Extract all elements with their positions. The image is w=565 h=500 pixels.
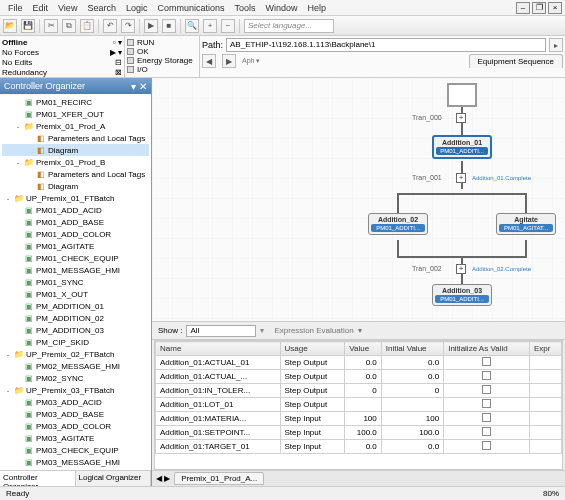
tree-node[interactable]: ▣PM03_AGITATE — [2, 432, 149, 444]
zoom-in-icon[interactable]: + — [203, 19, 217, 33]
run-pane: RUN OK Energy Storage I/O — [125, 36, 200, 77]
path-input[interactable]: AB_ETHIP-1\192.168.1.113\Backplane\1 — [226, 38, 546, 52]
grid-col-header[interactable]: Initialize As Valid — [444, 342, 530, 356]
step-addition-02[interactable]: Addition_02 PM01_ADDITI... — [368, 213, 428, 235]
menu-window[interactable]: Window — [260, 3, 302, 13]
path-label: Path: — [202, 40, 223, 50]
table-row[interactable]: Addition_01:MATERIA...Step Input100100 — [156, 412, 562, 426]
parameters-grid[interactable]: NameUsageValueInitial ValueInitialize As… — [155, 341, 562, 454]
tree-node[interactable]: ▣PM01_X_OUT — [2, 288, 149, 300]
transition-tran000[interactable]: + — [456, 113, 466, 123]
menu-tools[interactable]: Tools — [229, 3, 260, 13]
stop-icon[interactable]: ■ — [162, 19, 176, 33]
tree-node[interactable]: ◧Parameters and Local Tags — [2, 168, 149, 180]
tree-node[interactable]: ▣PM01_AGITATE — [2, 240, 149, 252]
tree-node[interactable]: ▣PM03_ADD_BASE — [2, 408, 149, 420]
tree-node[interactable]: -📁Premix_01_Prod_A — [2, 120, 149, 132]
tree-node[interactable]: ▣PM03_ADD_COLOR — [2, 420, 149, 432]
tran002-label: Tran_002 — [412, 265, 442, 272]
tree-node[interactable]: ▣PM03_MESSAGE_HMI — [2, 456, 149, 468]
menu-logic[interactable]: Logic — [121, 3, 153, 13]
table-row[interactable]: Addition_01:ACTUAL_...Step Output0.00.0 — [156, 370, 562, 384]
tree-node[interactable]: ▣PM01_MESSAGE_HMI — [2, 264, 149, 276]
expr-eval-button[interactable]: Expression Evaluation — [274, 326, 353, 335]
grid-col-header[interactable]: Initial Value — [381, 342, 443, 356]
eq-sequence-tab[interactable]: Equipment Sequence — [469, 54, 564, 68]
run-io: I/O — [137, 65, 148, 74]
initial-step[interactable] — [447, 83, 477, 107]
tree-node[interactable]: ▣PM03_ADD_ACID — [2, 396, 149, 408]
tree-node[interactable]: ▣PM_ADDITION_01 — [2, 300, 149, 312]
table-row[interactable]: Addition_01:SETPOINT...Step Input100.010… — [156, 426, 562, 440]
table-row[interactable]: Addition_01:ACTUAL_01Step Output0.00.0 — [156, 356, 562, 370]
tree-node[interactable]: ▣PM_CIP_SKID — [2, 336, 149, 348]
transition-tran002[interactable]: + — [456, 264, 466, 274]
menu-view[interactable]: View — [53, 3, 82, 13]
sequence-diagram[interactable]: + Tran_000 Addition_01 PM01_ADDITI... + … — [152, 78, 565, 322]
tree-node[interactable]: ▣PM02_MESSAGE_HMI — [2, 360, 149, 372]
nav-back-icon[interactable]: ◀ — [202, 54, 216, 68]
organizer-close-icon[interactable]: ▾ ✕ — [131, 81, 147, 92]
tree-node[interactable]: ▣PM01_ADD_BASE — [2, 216, 149, 228]
tree-node[interactable]: ▣PM_ADDITION_03 — [2, 324, 149, 336]
menu-help[interactable]: Help — [303, 3, 332, 13]
find-icon[interactable]: 🔍 — [185, 19, 199, 33]
table-row[interactable]: Addition_01:TARGET_01Step Input0.00.0 — [156, 440, 562, 454]
table-row[interactable]: Addition_01:LOT_01Step Output — [156, 398, 562, 412]
tree-node[interactable]: ▣PM01_XFER_OUT — [2, 108, 149, 120]
step-agitate[interactable]: Agitate PM01_AGITAT... — [496, 213, 556, 235]
controller-tree[interactable]: ▣PM01_RECIRC▣PM01_XFER_OUT-📁Premix_01_Pr… — [0, 94, 151, 470]
menu-comm[interactable]: Communications — [152, 3, 229, 13]
redo-icon[interactable]: ↷ — [121, 19, 135, 33]
table-row[interactable]: Addition_01:IN_TOLER...Step Output00 — [156, 384, 562, 398]
bottom-tab-premix[interactable]: Premix_01_Prod_A... — [174, 472, 264, 485]
window-minimize[interactable]: – — [516, 2, 530, 14]
grid-col-header[interactable]: Value — [345, 342, 381, 356]
tree-node[interactable]: ▣PM02_SYNC — [2, 372, 149, 384]
step-addition-03[interactable]: Addition_03 PM01_ADDITI... — [432, 284, 492, 306]
transition-tran001[interactable]: + — [456, 173, 466, 183]
nav-fwd-icon[interactable]: ▶ — [222, 54, 236, 68]
open-icon[interactable]: 📂 — [3, 19, 17, 33]
organizer-title: Controller Organizer ▾ ✕ — [0, 78, 151, 94]
save-icon[interactable]: 💾 — [21, 19, 35, 33]
grid-col-header[interactable]: Usage — [280, 342, 345, 356]
tree-node[interactable]: -📁UP_Premix_01_FTBatch — [2, 192, 149, 204]
zoom-out-icon[interactable]: − — [221, 19, 235, 33]
window-close[interactable]: × — [548, 2, 562, 14]
undo-icon[interactable]: ↶ — [103, 19, 117, 33]
tree-node[interactable]: ▣PM01_CHECK_EQUIP — [2, 252, 149, 264]
tree-node[interactable]: ▣PM01_ADD_ACID — [2, 204, 149, 216]
language-select[interactable]: Select language... — [244, 19, 334, 33]
window-restore[interactable]: ❐ — [532, 2, 546, 14]
cut-icon[interactable]: ✂ — [44, 19, 58, 33]
grid-filter-select[interactable]: All — [186, 325, 256, 337]
status-noforces: No Forces — [2, 48, 39, 58]
play-icon[interactable]: ▶ — [144, 19, 158, 33]
tree-node[interactable]: -📁Premix_01_Prod_B — [2, 156, 149, 168]
tree-node[interactable]: ▣PM_ADDITION_02 — [2, 312, 149, 324]
status-redundancy: Redundancy — [2, 68, 47, 78]
tree-node[interactable]: ◧Parameters and Local Tags — [2, 132, 149, 144]
grid-col-header[interactable]: Name — [156, 342, 281, 356]
grid-col-header[interactable]: Expr — [530, 342, 562, 356]
tree-node[interactable]: ◧Diagram — [2, 180, 149, 192]
tree-node[interactable]: -📁UP_Premix_02_FTBatch — [2, 348, 149, 360]
menu-search[interactable]: Search — [82, 3, 121, 13]
status-offline: Offline — [2, 38, 27, 48]
tab-controller-organizer[interactable]: Controller Organizer — [0, 471, 76, 486]
tree-node[interactable]: ▣PM01_ADD_COLOR — [2, 228, 149, 240]
tree-node[interactable]: ▣PM01_SYNC — [2, 276, 149, 288]
menu-file[interactable]: File — [3, 3, 28, 13]
menu-edit[interactable]: Edit — [28, 3, 54, 13]
tab-logical-organizer[interactable]: Logical Organizer — [76, 471, 152, 486]
paste-icon[interactable]: 📋 — [80, 19, 94, 33]
tree-node[interactable]: ▣PM01_RECIRC — [2, 96, 149, 108]
status-ready: Ready — [6, 489, 29, 498]
tree-node[interactable]: ◧Diagram — [2, 144, 149, 156]
path-go-icon[interactable]: ▸ — [549, 38, 563, 52]
tree-node[interactable]: ▣PM03_CHECK_EQUIP — [2, 444, 149, 456]
tree-node[interactable]: -📁UP_Premix_03_FTBatch — [2, 384, 149, 396]
copy-icon[interactable]: ⧉ — [62, 19, 76, 33]
step-addition-01[interactable]: Addition_01 PM01_ADDITI... — [432, 135, 492, 159]
